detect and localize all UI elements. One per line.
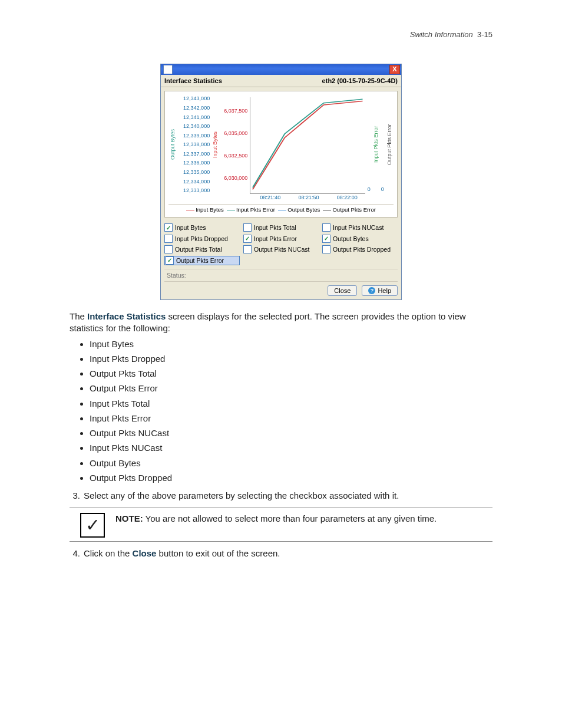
list-item: Input Bytes	[90, 338, 492, 350]
list-item: Output Pkts Total	[90, 368, 492, 380]
dialog-header: Interface Statistics eth2 (00-15-70-25-9…	[161, 75, 401, 88]
list-item: Input Pkts Error	[90, 413, 492, 424]
axis-label-output-bytes: Output Bytes	[168, 95, 177, 194]
x-ticks: 08:21:40 08:21:50 08:22:00	[251, 194, 366, 201]
list-item: Input Pkts Dropped	[90, 353, 492, 365]
checkbox-input-pkts-error[interactable]: Input Pkts Error	[243, 235, 319, 243]
checkbox-grid: Input Bytes Input Pkts Total Input Pkts …	[161, 221, 401, 266]
divider-top	[70, 508, 492, 508]
list-item: Input Pkts NUCast	[90, 442, 492, 454]
checkbox-input-pkts-total[interactable]: Input Pkts Total	[243, 223, 319, 232]
y-ticks-output-bytes: 12,343,000 12,342,000 12,341,000 12,340,…	[177, 95, 211, 194]
running-header: Switch Information 3-15	[70, 29, 492, 40]
step-text: Select any of the above parameters by se…	[84, 490, 399, 502]
list-item: Output Pkts Dropped	[90, 472, 492, 484]
right-zero-ipe: 0	[366, 95, 372, 194]
interface-statistics-dialog: X Interface Statistics eth2 (00-15-70-25…	[160, 64, 402, 301]
checkbox-output-bytes[interactable]: Output Bytes	[322, 235, 398, 243]
intro-paragraph: The Interface Statistics screen displays…	[70, 311, 492, 335]
step-text: Click on the Close button to exit out of…	[84, 548, 280, 559]
checkbox-output-pkts-dropped[interactable]: Output Pkts Dropped	[322, 245, 398, 253]
checkbox-input-bytes[interactable]: Input Bytes	[164, 223, 240, 232]
chart-frame: Output Bytes 12,343,000 12,342,000 12,34…	[164, 91, 398, 218]
dialog-titlebar: X	[161, 64, 401, 75]
page-number: 3-15	[477, 30, 492, 39]
list-item: Output Pkts Error	[90, 383, 492, 394]
checkbox-input-pkts-nucast[interactable]: Input Pkts NUCast	[322, 223, 398, 232]
checkbox-output-pkts-nucast[interactable]: Output Pkts NUCast	[243, 245, 319, 253]
help-icon: ?	[368, 287, 375, 294]
window-close-button[interactable]: X	[389, 65, 400, 74]
dialog-button-row: Close ?Help	[161, 282, 401, 299]
status-row: Status:	[164, 269, 398, 282]
step-number: 3.	[70, 490, 80, 502]
list-item: Output Bytes	[90, 457, 492, 469]
list-item: Input Pkts Total	[90, 398, 492, 410]
checkbox-output-pkts-total[interactable]: Output Pkts Total	[164, 245, 240, 253]
note-text: NOTE: You are not allowed to select more…	[115, 513, 437, 525]
step-number: 4.	[70, 548, 80, 559]
y-ticks-input-bytes: 6,037,500 6,035,000 6,032,500 6,030,000	[219, 95, 249, 194]
chart-legend: Input Bytes Input Pkts Error Output Byte…	[168, 204, 394, 215]
status-label: Status:	[167, 272, 186, 279]
checkbox-input-pkts-dropped[interactable]: Input Pkts Dropped	[164, 235, 240, 243]
list-item: Output Pkts NUCast	[90, 427, 492, 439]
right-zero-ope: 0	[380, 95, 385, 194]
chart-plot-area	[250, 97, 365, 194]
window-icon	[163, 65, 173, 74]
close-button[interactable]: Close	[328, 285, 357, 296]
parameter-list: Input Bytes Input Pkts Dropped Output Pk…	[85, 338, 492, 485]
dialog-title: Interface Statistics	[164, 77, 222, 85]
step-3: 3. Select any of the above parameters by…	[70, 490, 492, 502]
dialog-subtitle: eth2 (00-15-70-25-9C-4D)	[322, 77, 398, 85]
checkbox-output-pkts-error[interactable]: Output Pkts Error	[164, 256, 240, 265]
note-box: ✓ NOTE: You are not allowed to select mo…	[70, 509, 492, 540]
help-button[interactable]: ?Help	[362, 285, 398, 296]
checkmark-icon: ✓	[80, 513, 105, 538]
axis-label-input-bytes: Input Bytes	[211, 95, 219, 194]
axis-label-input-pkts-error: Input Pkts Error	[372, 95, 380, 194]
section-name: Switch Information	[410, 30, 473, 39]
axis-label-output-pkts-error: Output Pkts Error	[385, 95, 394, 194]
step-4: 4. Click on the Close button to exit out…	[70, 548, 492, 559]
divider-bottom	[70, 541, 492, 542]
